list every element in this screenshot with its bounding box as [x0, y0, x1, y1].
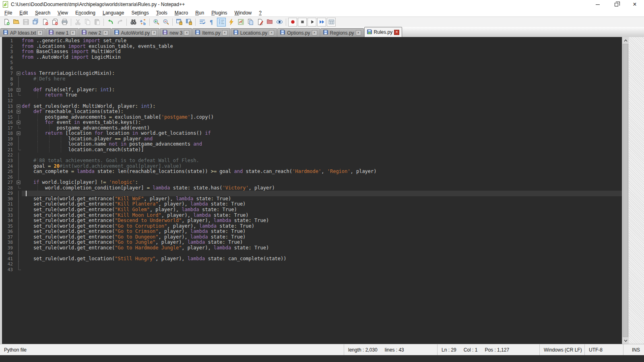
tab-close-icon[interactable]: × — [151, 30, 157, 35]
tab-close-icon[interactable]: × — [70, 30, 76, 35]
sync-vertical-icon[interactable] — [175, 18, 184, 27]
fold-collapse-icon[interactable] — [16, 120, 22, 125]
tab-close-icon[interactable]: × — [222, 30, 227, 35]
status-insert-mode[interactable]: INS — [623, 344, 644, 355]
macro-save-icon[interactable] — [327, 18, 336, 27]
zoom-in-icon[interactable] — [152, 18, 161, 27]
macro-play-icon[interactable] — [308, 18, 316, 27]
minimize-button[interactable] — [588, 0, 607, 9]
scroll-down-arrow-icon[interactable] — [622, 337, 629, 344]
line-number: 11 — [2, 93, 16, 98]
code-editor[interactable]: 1from ..generic.Rules import set_rule2fr… — [2, 37, 622, 344]
tab-close-icon[interactable]: × — [103, 30, 108, 35]
document-map-icon[interactable] — [236, 18, 245, 27]
tab-close-icon[interactable]: × — [37, 30, 43, 35]
tab-autoworld-py[interactable]: AutoWorld.py× — [111, 28, 160, 37]
tab-label: Items.py — [202, 30, 220, 36]
tab-rules-py[interactable]: Rules.py× — [364, 27, 402, 37]
tab-new-2[interactable]: new 2× — [79, 28, 111, 37]
menu-item-view[interactable]: View — [54, 9, 72, 16]
fold-collapse-icon[interactable] — [16, 180, 22, 185]
menu-item-edit[interactable]: Edit — [16, 9, 31, 16]
code-line: 32 set_rule(world.get_entrance("Kill Gol… — [2, 207, 622, 213]
tab-items-py[interactable]: Items.py× — [192, 28, 230, 37]
code-line: 24 goal = 20#int(world.achievement_goal[… — [2, 164, 622, 169]
menu-item-tools[interactable]: Tools — [153, 9, 171, 16]
new-file-icon[interactable] — [2, 18, 11, 27]
tab-close-icon[interactable]: × — [356, 30, 361, 35]
line-number: 42 — [2, 261, 16, 267]
status-eol-format[interactable]: Windows (CR LF) — [539, 344, 584, 355]
document-switcher-icon[interactable] — [246, 18, 255, 27]
zoom-out-icon[interactable] — [161, 18, 170, 27]
tab-close-icon[interactable]: × — [394, 30, 399, 35]
replace-icon[interactable]: ab — [138, 18, 147, 27]
line-number: 14 — [2, 109, 16, 115]
indent-guide-line — [37, 185, 38, 191]
status-encoding[interactable]: UTF-8 — [584, 344, 623, 355]
menu-item-plugins[interactable]: Plugins — [208, 9, 231, 16]
close-all-icon[interactable] — [50, 18, 59, 27]
indent-guide-icon[interactable] — [217, 18, 226, 27]
tab-ap-ideas-txt[interactable]: AP Ideas.txt× — [0, 28, 45, 37]
fold-collapse-icon[interactable] — [16, 131, 22, 136]
find-icon[interactable] — [129, 18, 138, 27]
tab-locations-py[interactable]: Locations.py× — [231, 28, 277, 37]
folder-workspace-icon[interactable] — [265, 18, 274, 27]
code-line: 38 set_rule(world.get_entrance("Go to Ju… — [2, 240, 622, 245]
indent-guide-line — [37, 93, 38, 98]
code-text: can_complete = lambda state: len(reachab… — [22, 169, 622, 175]
macro-record-icon[interactable] — [288, 18, 297, 27]
open-icon[interactable] — [12, 18, 21, 27]
line-number: 36 — [2, 229, 16, 234]
menu-item-search[interactable]: Search — [31, 9, 54, 16]
sync-horizontal-icon[interactable] — [184, 18, 193, 27]
menu-item-window[interactable]: Window — [231, 9, 256, 16]
close-button[interactable]: × — [625, 0, 644, 9]
fold-collapse-icon[interactable] — [16, 71, 22, 76]
menu-item-settings[interactable]: Settings — [128, 9, 152, 16]
menu-item-encoding[interactable]: Encoding — [72, 9, 99, 16]
menu-item-macro[interactable]: Macro — [171, 9, 192, 16]
save-all-icon[interactable] — [31, 18, 40, 27]
undo-icon[interactable] — [106, 18, 115, 27]
tab-new-1[interactable]: new 1× — [46, 28, 78, 37]
tab-options-py[interactable]: Options.py× — [277, 28, 320, 37]
window-title: C:\Users\Dood\Documents\tmp\Archipelago\… — [11, 2, 185, 7]
show-all-characters-icon[interactable]: ¶ — [207, 18, 216, 27]
macro-run-multiple-icon[interactable] — [317, 18, 326, 27]
view-eye-icon[interactable] — [275, 18, 284, 27]
tab-close-icon[interactable]: × — [312, 30, 317, 35]
print-icon[interactable] — [60, 18, 69, 27]
indent-guide-line — [37, 76, 38, 82]
menu-item-language[interactable]: Language — [99, 9, 128, 16]
close-icon[interactable] — [41, 18, 50, 27]
fold-collapse-icon[interactable] — [16, 109, 22, 115]
line-number: 2 — [2, 44, 16, 49]
tab-new-3[interactable]: new 3× — [160, 28, 192, 37]
function-list-icon[interactable] — [227, 18, 235, 27]
restore-button[interactable] — [607, 0, 625, 9]
scroll-up-arrow-icon[interactable] — [622, 37, 629, 44]
menu-item-[interactable]: ? — [255, 9, 265, 16]
close-icon: × — [633, 2, 636, 7]
tab-close-icon[interactable]: × — [269, 30, 274, 35]
vertical-scrollbar[interactable] — [622, 37, 629, 344]
macro-edit-icon[interactable] — [256, 18, 264, 27]
line-number: 41 — [2, 256, 16, 262]
word-wrap-icon[interactable] — [198, 18, 206, 27]
tab-regions-py[interactable]: Regions.py× — [320, 28, 364, 37]
cut-icon — [73, 18, 82, 27]
menu-item-file[interactable]: File — [1, 9, 16, 16]
code-text — [22, 251, 622, 256]
tab-close-icon[interactable]: × — [184, 30, 189, 35]
fold-collapse-icon[interactable] — [16, 104, 22, 109]
fold-collapse-icon[interactable] — [16, 87, 22, 93]
line-number: 22 — [2, 152, 16, 158]
macro-stop-icon[interactable] — [298, 18, 307, 27]
indent-guide-line — [37, 147, 38, 153]
scrollbar-thumb[interactable] — [623, 44, 628, 337]
menu-item-run[interactable]: Run — [192, 9, 208, 16]
window-controls: × — [588, 0, 644, 9]
redo-icon — [116, 18, 124, 27]
